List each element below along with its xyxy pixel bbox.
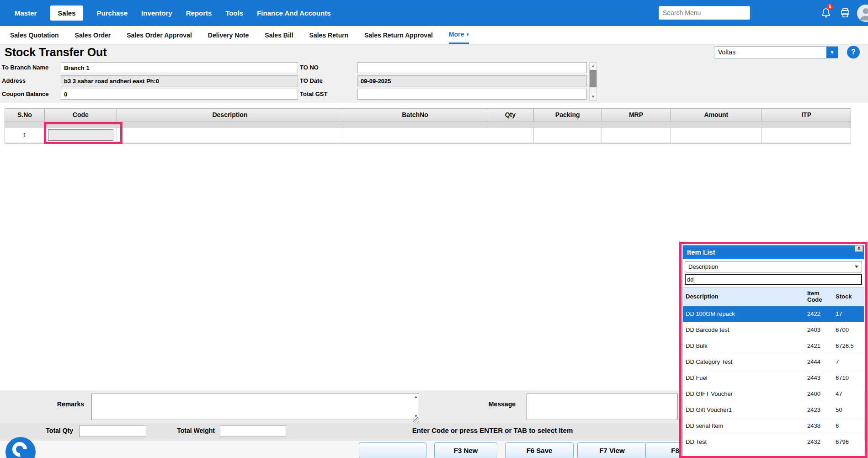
subnav-sales-return-approval[interactable]: Sales Return Approval <box>364 26 433 44</box>
total-weight-input[interactable] <box>220 426 286 437</box>
item-list-row[interactable]: DD Gift Voucher1 2423 50 <box>683 402 864 418</box>
form-scrollbar[interactable]: ▲ ▼ <box>589 62 597 101</box>
resize-grip-icon[interactable] <box>413 417 419 423</box>
item-list-row[interactable]: DD GIFT Voucher 2400 47 <box>683 386 864 402</box>
item-stock: 6710 <box>836 375 862 381</box>
sno-cell: 1 <box>5 128 45 143</box>
item-stock: 6700 <box>836 327 862 333</box>
col-header-itp: ITP <box>762 109 851 122</box>
item-list-title: Item List <box>683 245 864 259</box>
item-list-popup: Item List x Description dd Description I… <box>682 245 864 458</box>
remarks-label: Remarks <box>46 400 84 408</box>
message-label: Message <box>470 400 516 408</box>
item-code: 2421 <box>807 343 836 349</box>
item-search-value: dd <box>687 276 693 283</box>
item-code: 2422 <box>807 311 836 317</box>
total-qty-input[interactable] <box>79 426 146 437</box>
dropdown-arrow-icon[interactable]: ▼ <box>826 47 838 58</box>
notification-badge: 5 <box>827 4 833 10</box>
subnav-sales-order-approval[interactable]: Sales Order Approval <box>127 26 192 44</box>
f7-view-button[interactable]: F7 View <box>577 442 647 458</box>
f3-new-button[interactable]: F3 New <box>434 442 497 458</box>
subnav-sales-bill[interactable]: Sales Bill <box>265 26 293 44</box>
address-input[interactable] <box>61 75 298 86</box>
sales-subnav: Sales Quotation Sales Order Sales Order … <box>0 26 868 44</box>
blank-button[interactable] <box>359 442 426 458</box>
to-branch-input[interactable] <box>61 62 298 73</box>
coupon-balance-label: Coupon Balance <box>2 89 59 100</box>
amount-cell <box>671 128 762 143</box>
help-icon[interactable]: ? <box>847 46 860 59</box>
code-cell <box>45 128 117 143</box>
item-stock: 6 <box>836 423 862 429</box>
print-icon[interactable] <box>840 7 851 18</box>
item-code: 2432 <box>807 439 836 445</box>
col-header-packing: Packing <box>534 109 602 122</box>
subnav-sales-quotation[interactable]: Sales Quotation <box>10 26 59 44</box>
scroll-up-button[interactable]: ▲ <box>590 63 596 69</box>
to-no-input[interactable] <box>357 62 587 73</box>
packing-cell <box>534 128 602 143</box>
itp-cell <box>762 128 851 143</box>
item-code: 2400 <box>807 391 836 397</box>
col-header-code: Code <box>45 109 117 122</box>
message-field <box>527 394 678 420</box>
to-branch-label: To Branch Name <box>2 62 59 73</box>
item-stock: 47 <box>836 391 862 397</box>
to-date-input[interactable] <box>357 75 587 86</box>
nav-tools[interactable]: Tools <box>225 9 243 17</box>
nav-finance-and-accounts[interactable]: Finance And Accounts <box>257 9 330 17</box>
item-description: DD Category Test <box>683 359 807 365</box>
filter-by-value: Description <box>688 263 718 270</box>
item-list-row[interactable]: DD Fuel 2443 6710 <box>683 370 864 386</box>
nav-purchase[interactable]: Purchase <box>97 9 128 17</box>
subnav-sales-order[interactable]: Sales Order <box>75 26 111 44</box>
total-gst-input[interactable] <box>357 89 587 100</box>
subnav-more[interactable]: More ▾ <box>449 26 469 44</box>
remarks-textarea[interactable] <box>92 394 419 420</box>
total-weight-label: Total Weight <box>171 427 215 434</box>
item-list-row[interactable]: DD serial Item 2438 6 <box>683 418 864 434</box>
mrp-cell <box>602 128 671 143</box>
code-input[interactable] <box>48 129 113 141</box>
nav-inventory[interactable]: Inventory <box>141 9 172 17</box>
page-header-form: Stock Transfer Out Voltas ▼ ? To Branch … <box>0 44 868 103</box>
notification-bell-icon[interactable]: 5 <box>820 7 832 19</box>
subnav-delivery-note[interactable]: Delivery Note <box>208 26 249 44</box>
message-textarea[interactable] <box>527 394 677 420</box>
items-grid: S.No Code Description BatchNo Qty Packin… <box>5 108 851 144</box>
textarea-scroll-up-icon[interactable]: ▲ <box>414 395 418 399</box>
nav-master[interactable]: Master <box>15 9 37 17</box>
chevron-down-icon: ▾ <box>466 32 469 37</box>
coupon-balance-input[interactable] <box>61 89 298 100</box>
screen: Master Sales Purchase Inventory Reports … <box>0 0 868 458</box>
item-stock: 17 <box>836 311 862 317</box>
remarks-field: ▲ ▼ <box>91 394 419 420</box>
nav-sales[interactable]: Sales <box>50 5 83 21</box>
filter-by-select[interactable]: Description <box>685 261 862 272</box>
scrollbar-thumb[interactable] <box>590 70 596 87</box>
scroll-down-button[interactable]: ▼ <box>590 93 596 100</box>
item-stock: 7 <box>836 359 862 365</box>
company-select[interactable]: Voltas ▼ <box>714 46 838 59</box>
item-search-input[interactable]: dd <box>685 274 862 285</box>
nav-reports[interactable]: Reports <box>186 9 212 17</box>
item-list-row[interactable]: DD 100GM repack 2422 17 <box>683 306 864 322</box>
subnav-more-label: More <box>449 31 464 38</box>
item-list-row[interactable]: DD Category Test 2444 7 <box>683 354 864 370</box>
search-menu-input[interactable] <box>659 6 750 20</box>
col-header-qty: Qty <box>487 109 534 122</box>
item-code: 2444 <box>807 359 836 365</box>
hint-text: Enter Code or press ENTER or TAB to sele… <box>386 426 599 434</box>
item-list-row[interactable]: DD Bulk 2421 6726.5 <box>683 338 864 354</box>
close-icon[interactable]: x <box>855 245 863 252</box>
grid-filler-row <box>5 122 851 128</box>
item-list-row[interactable]: DD Test 2432 6796 <box>683 434 864 450</box>
subnav-sales-return[interactable]: Sales Return <box>309 26 349 44</box>
item-description: DD GIFT Voucher <box>683 391 807 397</box>
description-cell <box>117 128 343 143</box>
item-code: 2438 <box>807 423 836 429</box>
f6-save-button[interactable]: F6 Save <box>505 442 574 458</box>
item-list-row[interactable]: DD Barcode test 2403 6700 <box>683 322 864 338</box>
user-avatar[interactable] <box>857 5 868 22</box>
